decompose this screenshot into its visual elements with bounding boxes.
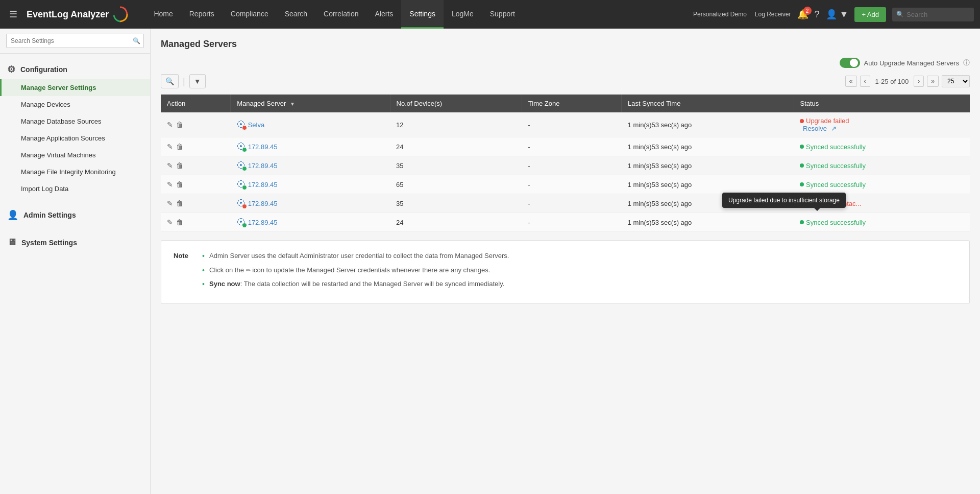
sidebar-admin-header[interactable]: 👤 Admin Settings	[0, 205, 150, 225]
sidebar-item-manage-server-settings[interactable]: Manage Server Settings	[0, 79, 150, 96]
first-page-button[interactable]: «	[845, 76, 857, 87]
system-icon: 🖥	[7, 237, 16, 248]
toolbar-divider: |	[183, 76, 185, 87]
sidebar-item-import-log-data[interactable]: Import Log Data	[0, 180, 150, 197]
note-item-3: Sync now: The data collection will be re…	[202, 279, 509, 289]
nav-home[interactable]: Home	[145, 0, 181, 29]
pagination-range: 1-25 of 100	[873, 78, 911, 85]
server-icon: 🖸	[237, 199, 245, 208]
sidebar-item-manage-file-integrity[interactable]: Manage File Integrity Monitoring	[0, 163, 150, 180]
nav-search[interactable]: Search	[277, 0, 315, 29]
status-synced: Synced successfully	[800, 162, 964, 170]
table-toolbar: 🔍 | ▼ « ‹ 1-25 of 100 › » 25 50 100	[161, 74, 970, 88]
hamburger-icon[interactable]: ☰	[6, 7, 20, 22]
server-link[interactable]: 🖸 172.89.45	[237, 199, 384, 208]
tooltip-upgrade-failed: Upgrade failed due to insufficient stora…	[722, 193, 846, 208]
edit-inline-icon: ✏	[246, 267, 251, 273]
row-server: 🖸 172.89.45	[231, 156, 390, 175]
delete-icon[interactable]: 🗑	[176, 180, 183, 189]
col-devices: No.of Device(s)	[390, 95, 522, 112]
sidebar-item-manage-application-sources[interactable]: Manage Application Sources	[0, 130, 150, 147]
delete-icon[interactable]: 🗑	[176, 143, 183, 151]
edit-icon[interactable]: ✎	[167, 161, 173, 170]
row-action: ✎ 🗑	[161, 112, 231, 137]
user-icon[interactable]: 👤 ▼	[826, 9, 849, 20]
col-managed-server[interactable]: Managed Server ▼	[231, 95, 390, 112]
filter-toolbar-button[interactable]: ▼	[189, 74, 206, 88]
server-icon: 🖸	[237, 218, 245, 227]
edit-icon[interactable]: ✎	[167, 218, 173, 226]
server-link[interactable]: 🖸 172.89.45	[237, 142, 384, 151]
sidebar-configuration-header[interactable]: ⚙ Configuration	[0, 60, 150, 79]
row-status: Synced successfully	[794, 137, 970, 156]
next-page-button[interactable]: ›	[914, 76, 924, 87]
log-receiver-link[interactable]: Log Receiver	[755, 11, 791, 18]
sidebar-search-input[interactable]	[6, 34, 144, 48]
sidebar-system-header[interactable]: 🖥 System Settings	[0, 233, 150, 252]
per-page-select[interactable]: 25 50 100	[942, 75, 970, 87]
auto-upgrade-help-icon[interactable]: ⓘ	[963, 58, 970, 67]
prev-page-button[interactable]: ‹	[860, 76, 870, 87]
server-icon: 🖸	[237, 120, 245, 129]
admin-icon: 👤	[7, 209, 18, 221]
server-status-badge	[242, 125, 247, 130]
top-search-input[interactable]	[892, 8, 974, 21]
delete-icon[interactable]: 🗑	[176, 199, 183, 207]
resolve-link[interactable]: Resolve	[803, 125, 827, 132]
delete-icon[interactable]: 🗑	[176, 218, 183, 226]
edit-icon[interactable]: ✎	[167, 199, 173, 207]
search-toolbar-button[interactable]: 🔍	[161, 74, 179, 88]
sidebar-item-manage-virtual-machines[interactable]: Manage Virtual Machines	[0, 147, 150, 163]
row-server: 🖸 172.89.45	[231, 175, 390, 194]
row-action: ✎ 🗑	[161, 213, 231, 232]
row-server: 🖸 172.89.45	[231, 213, 390, 232]
nav-settings[interactable]: Settings	[401, 0, 444, 29]
col-last-synced: Last Synced Time	[622, 95, 794, 112]
nav-alerts[interactable]: Alerts	[367, 0, 402, 29]
delete-icon[interactable]: 🗑	[176, 121, 183, 129]
status-dot	[800, 145, 804, 149]
row-server: 🖸 Selva	[231, 112, 390, 137]
nav-right: Personalized Demo Log Receiver 🔔 2 ? 👤 ▼…	[693, 7, 974, 22]
add-button[interactable]: + Add	[854, 7, 886, 22]
auto-upgrade-label: Auto Upgrade Managed Servers	[864, 59, 959, 67]
nav-support[interactable]: Support	[482, 0, 523, 29]
personalized-demo-link[interactable]: Personalized Demo	[693, 11, 747, 18]
server-link[interactable]: 🖸 172.89.45	[237, 161, 384, 170]
main-content: Managed Servers Auto Upgrade Managed Ser…	[151, 29, 980, 494]
auto-upgrade-toggle[interactable]	[840, 58, 860, 68]
nav-logme[interactable]: LogMe	[444, 0, 482, 29]
top-nav: ☰ EventLog Analyzer Home Reports Complia…	[0, 0, 980, 29]
page-title: Managed Servers	[161, 39, 970, 50]
server-link[interactable]: 🖸 172.89.45	[237, 180, 384, 189]
row-devices: 35	[390, 156, 522, 175]
server-link[interactable]: 🖸 Selva	[237, 120, 384, 129]
edit-icon[interactable]: ✎	[167, 121, 173, 129]
edit-icon[interactable]: ✎	[167, 143, 173, 151]
nav-reports[interactable]: Reports	[181, 0, 223, 29]
edit-icon[interactable]: ✎	[167, 180, 173, 189]
col-action: Action	[161, 95, 231, 112]
row-status: Upgrade failed Resolve ↗	[794, 112, 970, 137]
external-link-icon[interactable]: ↗	[831, 125, 837, 132]
app-layout: 🔍 ⚙ Configuration Manage Server Settings…	[0, 29, 980, 494]
status-synced: Synced successfully	[800, 219, 964, 226]
nav-correlation[interactable]: Correlation	[315, 0, 366, 29]
server-link[interactable]: 🖸 172.89.45	[237, 218, 384, 227]
table-row: ✎ 🗑 🖸 172.89.45	[161, 194, 970, 213]
delete-icon[interactable]: 🗑	[176, 161, 183, 170]
notification-bell[interactable]: 🔔 2	[797, 9, 808, 20]
server-status-badge	[242, 204, 247, 209]
help-icon[interactable]: ?	[815, 9, 820, 20]
configuration-icon: ⚙	[7, 64, 15, 75]
row-status: Synced successfully	[794, 175, 970, 194]
sidebar-item-manage-database-sources[interactable]: Manage Database Sources	[0, 113, 150, 130]
last-page-button[interactable]: »	[927, 76, 939, 87]
col-timezone: Time Zone	[522, 95, 621, 112]
sidebar-admin-section: 👤 Admin Settings	[0, 199, 150, 227]
nav-compliance[interactable]: Compliance	[223, 0, 277, 29]
admin-label: Admin Settings	[23, 211, 76, 219]
sidebar-item-manage-devices[interactable]: Manage Devices	[0, 96, 150, 113]
row-devices: 24	[390, 213, 522, 232]
sidebar-search-icon[interactable]: 🔍	[133, 37, 140, 44]
